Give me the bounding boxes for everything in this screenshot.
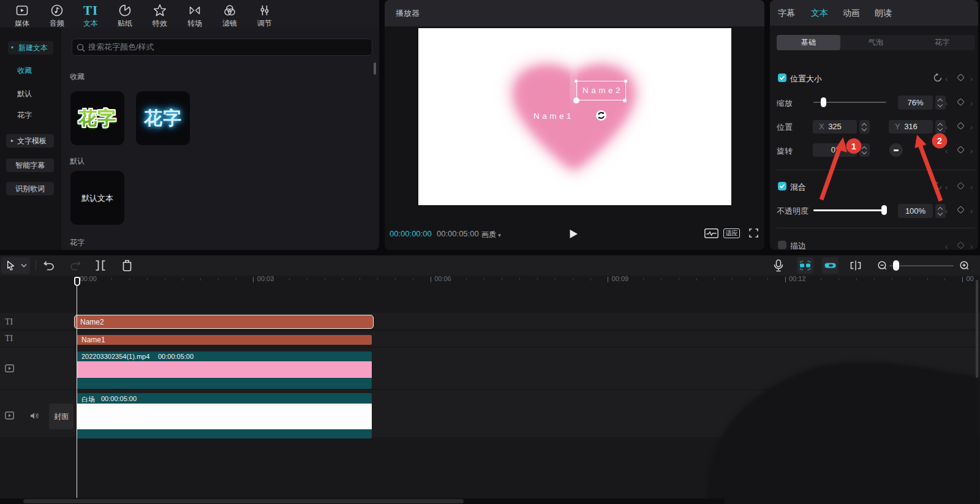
svg-text:2: 2 (937, 136, 942, 146)
svg-text:1: 1 (851, 141, 856, 151)
